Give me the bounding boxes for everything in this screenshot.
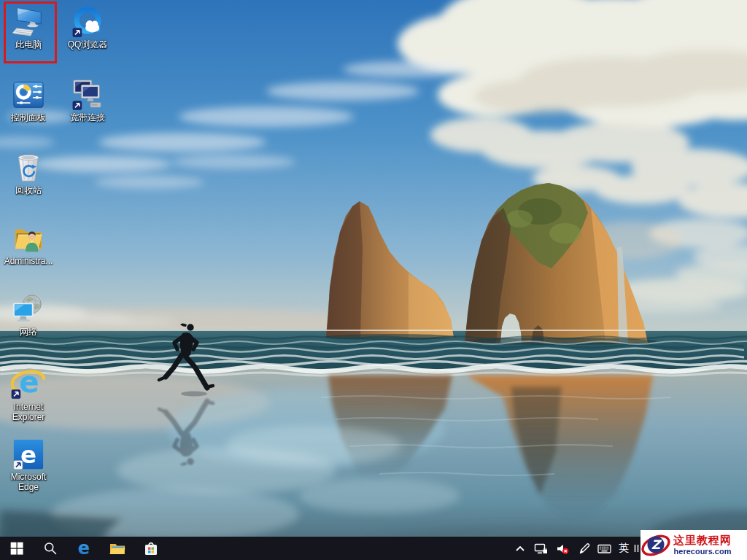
control-panel-icon: [12, 78, 45, 112]
icon-label: 此电脑: [1, 39, 55, 50]
icon-label: 控制面板: [1, 112, 55, 122]
icon-label: 宽带连接: [61, 112, 115, 122]
windows-desktop: 此电脑 QQ浏览器: [0, 0, 747, 560]
taskbar-store-button[interactable]: [134, 537, 168, 560]
taskbar: e: [0, 537, 747, 560]
svg-text:e: e: [20, 441, 36, 469]
desktop-icon-recycle-bin[interactable]: 回收站: [1, 149, 55, 195]
shortcut-arrow-badge: [73, 101, 82, 110]
ethernet-network-icon: [534, 542, 548, 555]
internet-explorer-icon: e: [10, 363, 47, 401]
desktop-icon-network[interactable]: 网络: [1, 292, 55, 337]
search-icon: [43, 541, 58, 556]
desktop-icon-admin-folder[interactable]: Administra...: [1, 220, 55, 266]
broadband-connection-icon: [71, 78, 104, 112]
shortcut-arrow-badge: [12, 390, 20, 399]
partially-hidden-tray-icon[interactable]: [633, 537, 640, 560]
clipped-tray-icon: [633, 542, 640, 554]
watermark-site-url: herecours.com: [673, 547, 732, 556]
taskbar-file-explorer-button[interactable]: [101, 537, 134, 560]
network-icon: [12, 292, 45, 326]
icon-label: Administra...: [1, 256, 55, 266]
ime-language-indicator[interactable]: 英: [614, 537, 633, 560]
desktop-icon-control-panel[interactable]: 控制面板: [1, 78, 55, 122]
windows-logo-icon: [9, 541, 24, 556]
microsoft-edge-icon: e: [12, 438, 45, 471]
pen-icon: [578, 542, 590, 555]
start-button[interactable]: [0, 537, 34, 560]
microsoft-store-icon: [142, 540, 160, 557]
taskbar-edge-button[interactable]: e: [67, 537, 101, 560]
icon-label: QQ浏览器: [61, 39, 115, 50]
edge-icon: e: [74, 539, 93, 558]
user-folder-icon: [12, 220, 45, 255]
desktop-icon-internet-explorer[interactable]: e Internet Explorer: [1, 363, 55, 422]
show-hidden-icons-button[interactable]: [511, 537, 530, 560]
watermark-site-name: 这里教程网: [673, 534, 732, 547]
qq-browser-icon: [71, 5, 104, 39]
desktop-icon-microsoft-edge[interactable]: e Microsoft Edge: [1, 438, 55, 492]
desktop-icon-this-pc[interactable]: 此电脑: [1, 5, 55, 50]
shortcut-arrow-badge: [73, 28, 82, 37]
icon-label: 网络: [1, 327, 55, 337]
icon-label: 回收站: [1, 185, 55, 195]
volume-muted-icon: [556, 542, 569, 555]
svg-text:e: e: [78, 539, 90, 558]
icon-label: Microsoft Edge: [1, 472, 55, 492]
icon-label: Internet Explorer: [1, 402, 55, 422]
shortcut-arrow-badge: [14, 461, 23, 470]
windows-ink-button[interactable]: [573, 537, 594, 560]
keyboard-icon: [597, 542, 611, 555]
system-tray: 英: [511, 537, 640, 560]
chevron-up-icon: [514, 543, 526, 553]
file-explorer-icon: [109, 540, 126, 557]
site-watermark: Z 这里教程网 herecours.com: [640, 530, 747, 560]
network-tray-button[interactable]: [530, 537, 551, 560]
this-pc-icon: [12, 5, 45, 39]
touch-keyboard-button[interactable]: [594, 537, 614, 560]
search-button[interactable]: [34, 537, 67, 560]
desktop-icon-broadband[interactable]: 宽带连接: [61, 78, 115, 122]
recycle-bin-icon: [12, 149, 45, 184]
desktop-icon-qq-browser[interactable]: QQ浏览器: [61, 5, 115, 50]
watermark-logo-icon: Z: [640, 531, 673, 560]
volume-tray-button[interactable]: [551, 537, 573, 560]
